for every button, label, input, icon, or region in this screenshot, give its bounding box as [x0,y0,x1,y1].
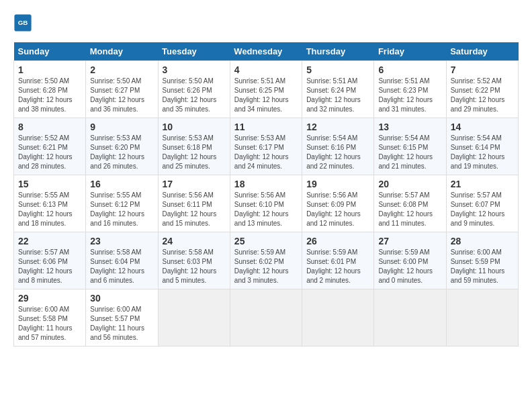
header-cell-wednesday: Wednesday [230,42,302,61]
day-info: Sunrise: 5:50 AM Sunset: 6:27 PM Dayligh… [90,77,153,114]
day-number: 30 [90,293,153,304]
day-number: 1 [18,64,81,75]
day-info: Sunrise: 6:00 AM Sunset: 5:59 PM Dayligh… [451,248,514,285]
day-number: 4 [234,64,298,75]
calendar-cell: 27Sunrise: 5:59 AM Sunset: 6:00 PM Dayli… [374,232,446,289]
day-info: Sunrise: 5:56 AM Sunset: 6:10 PM Dayligh… [234,191,298,228]
header-cell-tuesday: Tuesday [158,42,230,61]
calendar-cell: 4Sunrise: 5:51 AM Sunset: 6:25 PM Daylig… [230,61,302,118]
calendar-cell: 16Sunrise: 5:55 AM Sunset: 6:12 PM Dayli… [86,175,158,232]
day-info: Sunrise: 5:51 AM Sunset: 6:25 PM Dayligh… [234,77,298,114]
calendar-cell [302,289,374,347]
day-info: Sunrise: 5:54 AM Sunset: 6:16 PM Dayligh… [306,134,369,171]
calendar-cell [374,289,446,347]
day-info: Sunrise: 5:59 AM Sunset: 6:00 PM Dayligh… [378,248,441,285]
header-row: SundayMondayTuesdayWednesdayThursdayFrid… [14,42,519,61]
calendar-cell: 30Sunrise: 6:00 AM Sunset: 5:57 PM Dayli… [86,289,158,347]
day-number: 6 [378,64,441,75]
day-number: 3 [163,64,226,75]
day-number: 9 [90,122,153,132]
day-info: Sunrise: 5:55 AM Sunset: 6:13 PM Dayligh… [18,191,81,228]
day-info: Sunrise: 5:57 AM Sunset: 6:07 PM Dayligh… [451,191,514,228]
day-info: Sunrise: 5:54 AM Sunset: 6:15 PM Dayligh… [378,134,441,171]
page-header: GB [13,13,519,32]
calendar-cell [230,289,302,347]
calendar-cell: 3Sunrise: 5:50 AM Sunset: 6:26 PM Daylig… [158,61,230,118]
day-number: 15 [18,179,81,189]
day-info: Sunrise: 5:56 AM Sunset: 6:11 PM Dayligh… [163,191,226,228]
calendar-cell: 7Sunrise: 5:52 AM Sunset: 6:22 PM Daylig… [446,61,518,118]
header-cell-monday: Monday [86,42,158,61]
day-number: 5 [306,64,369,75]
svg-text:GB: GB [18,19,28,26]
calendar-cell: 20Sunrise: 5:57 AM Sunset: 6:08 PM Dayli… [374,175,446,232]
calendar-cell: 25Sunrise: 5:59 AM Sunset: 6:02 PM Dayli… [230,232,302,289]
day-info: Sunrise: 5:53 AM Sunset: 6:20 PM Dayligh… [90,134,153,171]
calendar-cell: 21Sunrise: 5:57 AM Sunset: 6:07 PM Dayli… [446,175,518,232]
calendar-table: SundayMondayTuesdayWednesdayThursdayFrid… [13,42,519,347]
day-number: 19 [306,179,369,189]
day-number: 26 [306,236,369,246]
calendar-cell [446,289,518,347]
header-cell-friday: Friday [374,42,446,61]
calendar-cell: 14Sunrise: 5:54 AM Sunset: 6:14 PM Dayli… [446,118,518,175]
day-info: Sunrise: 5:50 AM Sunset: 6:26 PM Dayligh… [163,77,226,114]
calendar-week-4: 22Sunrise: 5:57 AM Sunset: 6:06 PM Dayli… [14,232,519,289]
day-info: Sunrise: 5:58 AM Sunset: 6:03 PM Dayligh… [163,248,226,285]
day-number: 11 [234,122,298,132]
day-info: Sunrise: 5:58 AM Sunset: 6:04 PM Dayligh… [90,248,153,285]
day-info: Sunrise: 6:00 AM Sunset: 5:58 PM Dayligh… [18,305,81,342]
calendar-cell: 23Sunrise: 5:58 AM Sunset: 6:04 PM Dayli… [86,232,158,289]
calendar-cell: 11Sunrise: 5:53 AM Sunset: 6:17 PM Dayli… [230,118,302,175]
calendar-cell: 26Sunrise: 5:59 AM Sunset: 6:01 PM Dayli… [302,232,374,289]
day-info: Sunrise: 6:00 AM Sunset: 5:57 PM Dayligh… [90,305,153,342]
day-info: Sunrise: 5:53 AM Sunset: 6:18 PM Dayligh… [163,134,226,171]
day-number: 16 [90,179,153,189]
calendar-cell: 24Sunrise: 5:58 AM Sunset: 6:03 PM Dayli… [158,232,230,289]
day-number: 7 [451,64,514,75]
day-info: Sunrise: 5:51 AM Sunset: 6:23 PM Dayligh… [378,77,441,114]
calendar-cell: 15Sunrise: 5:55 AM Sunset: 6:13 PM Dayli… [14,175,86,232]
calendar-cell: 29Sunrise: 6:00 AM Sunset: 5:58 PM Dayli… [14,289,86,347]
calendar-week-1: 1Sunrise: 5:50 AM Sunset: 6:28 PM Daylig… [14,61,519,118]
day-number: 17 [163,179,226,189]
day-number: 28 [451,236,514,246]
calendar-cell [158,289,230,347]
day-number: 14 [451,122,514,132]
day-info: Sunrise: 5:55 AM Sunset: 6:12 PM Dayligh… [90,191,153,228]
calendar-cell: 10Sunrise: 5:53 AM Sunset: 6:18 PM Dayli… [158,118,230,175]
day-number: 13 [378,122,441,132]
day-info: Sunrise: 5:50 AM Sunset: 6:28 PM Dayligh… [18,77,81,114]
day-info: Sunrise: 5:57 AM Sunset: 6:06 PM Dayligh… [18,248,81,285]
day-number: 8 [18,122,81,132]
logo: GB [13,13,35,32]
calendar-cell: 12Sunrise: 5:54 AM Sunset: 6:16 PM Dayli… [302,118,374,175]
day-number: 12 [306,122,369,132]
day-info: Sunrise: 5:59 AM Sunset: 6:01 PM Dayligh… [306,248,369,285]
calendar-week-5: 29Sunrise: 6:00 AM Sunset: 5:58 PM Dayli… [14,289,519,347]
calendar-week-3: 15Sunrise: 5:55 AM Sunset: 6:13 PM Dayli… [14,175,519,232]
calendar-cell: 5Sunrise: 5:51 AM Sunset: 6:24 PM Daylig… [302,61,374,118]
day-number: 20 [378,179,441,189]
calendar-cell: 13Sunrise: 5:54 AM Sunset: 6:15 PM Dayli… [374,118,446,175]
calendar-cell: 1Sunrise: 5:50 AM Sunset: 6:28 PM Daylig… [14,61,86,118]
day-number: 25 [234,236,298,246]
calendar-cell: 19Sunrise: 5:56 AM Sunset: 6:09 PM Dayli… [302,175,374,232]
header-cell-sunday: Sunday [14,42,86,61]
day-info: Sunrise: 5:53 AM Sunset: 6:17 PM Dayligh… [234,134,298,171]
calendar-cell: 22Sunrise: 5:57 AM Sunset: 6:06 PM Dayli… [14,232,86,289]
day-info: Sunrise: 5:56 AM Sunset: 6:09 PM Dayligh… [306,191,369,228]
calendar-cell: 18Sunrise: 5:56 AM Sunset: 6:10 PM Dayli… [230,175,302,232]
calendar-cell: 8Sunrise: 5:52 AM Sunset: 6:21 PM Daylig… [14,118,86,175]
day-info: Sunrise: 5:57 AM Sunset: 6:08 PM Dayligh… [378,191,441,228]
day-number: 2 [90,64,153,75]
header-cell-saturday: Saturday [446,42,518,61]
day-number: 24 [163,236,226,246]
day-number: 22 [18,236,81,246]
calendar-week-2: 8Sunrise: 5:52 AM Sunset: 6:21 PM Daylig… [14,118,519,175]
calendar-cell: 6Sunrise: 5:51 AM Sunset: 6:23 PM Daylig… [374,61,446,118]
day-number: 21 [451,179,514,189]
day-info: Sunrise: 5:51 AM Sunset: 6:24 PM Dayligh… [306,77,369,114]
calendar-cell: 17Sunrise: 5:56 AM Sunset: 6:11 PM Dayli… [158,175,230,232]
day-info: Sunrise: 5:54 AM Sunset: 6:14 PM Dayligh… [451,134,514,171]
